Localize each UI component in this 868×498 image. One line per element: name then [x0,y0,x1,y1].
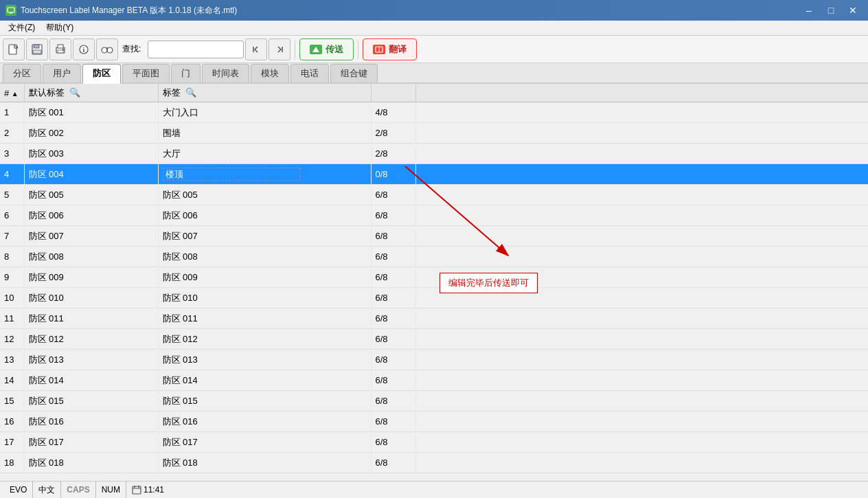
cell-default-tag: 防区 018 [24,453,158,473]
tab-zone[interactable]: 防区 [82,64,121,84]
title-text: Touchscreen Label Manager BETA 版本 1.0.18… [21,5,799,16]
svg-rect-5 [33,50,41,54]
info-button[interactable]: i [73,38,95,60]
table-row[interactable]: 18防区 018防区 0186/8 [0,453,868,473]
table-row[interactable]: 2防区 002围墙2/8 [0,123,868,144]
cell-tag: 防区 014 [158,370,371,391]
cell-tag: 防区 009 [158,267,371,288]
cell-tag: 防区 018 [158,453,371,473]
table-row[interactable]: 1防区 001大门入口4/8 [0,102,868,123]
transfer-button[interactable]: 传送 [299,38,354,60]
table-wrapper[interactable]: # ▲ 默认标签 🔍 标签 🔍 1防区 001大门入口4/8 [0,84,868,481]
cell-default-tag: 防区 014 [24,370,158,391]
tag-edit-input[interactable] [163,168,300,181]
table-row[interactable]: 6防区 006防区 0066/8 [0,205,868,226]
search-binoculars-button[interactable] [96,38,118,60]
menu-help[interactable]: 帮助(Y) [41,21,79,35]
status-time-icon: 11:41 [126,482,170,498]
cell-num: 3 [0,144,24,164]
sort-asc-icon: ▲ [12,90,19,98]
maximize-button[interactable]: □ [821,3,841,17]
search-label: 查找: [119,43,144,55]
print-button[interactable] [49,38,71,60]
search-next-button[interactable] [269,38,290,60]
title-bar: Touchscreen Label Manager BETA 版本 1.0.18… [0,0,868,21]
cell-num: 14 [0,370,24,391]
cell-val: 6/8 [371,350,415,370]
cell-extra [415,329,868,350]
cell-num: 4 [0,164,24,185]
tab-user[interactable]: 用户 [43,64,81,82]
table-row[interactable]: 3防区 003大厅2/8 [0,144,868,164]
cell-default-tag: 防区 016 [24,411,158,432]
cell-default-tag: 防区 005 [24,185,158,205]
cell-val: 6/8 [371,391,415,411]
table-row[interactable]: 13防区 013防区 0136/8 [0,350,868,370]
status-num: NUM [96,482,126,498]
cell-tag: 防区 015 [158,391,371,411]
col-num-label: # [4,88,9,98]
cell-num: 15 [0,391,24,411]
cell-num: 6 [0,205,24,226]
table-row[interactable]: 7防区 007防区 0076/8 [0,226,868,247]
menu-bar: 文件(Z) 帮助(Y) [0,21,868,36]
cell-extra [415,350,868,370]
cell-tag[interactable] [158,164,371,185]
table-row[interactable]: 12防区 012防区 0126/8 [0,329,868,350]
tab-shortcut[interactable]: 组合键 [330,64,378,82]
cell-extra [415,144,868,164]
table-row[interactable]: 4防区 0040/8 [0,164,868,185]
translate-label: 翻译 [389,43,407,56]
col-header-extra [415,84,868,102]
tag-search-icon[interactable]: 🔍 [185,87,196,98]
save-button[interactable] [26,38,48,60]
col-header-tag: 标签 🔍 [158,84,371,102]
col-tag-label: 标签 [163,87,181,98]
table-row[interactable]: 10防区 010防区 0106/8 [0,288,868,308]
tab-partition[interactable]: 分区 [3,64,41,82]
toolbar-separator-2 [358,40,358,59]
translate-button[interactable]: 翻译 [363,38,417,60]
tab-bar: 分区 用户 防区 平面图 门 时间表 模块 电话 组合键 [0,63,868,84]
search-prev-button[interactable] [245,38,267,60]
cell-extra [415,123,868,144]
cell-val: 6/8 [371,308,415,329]
minimize-button[interactable]: – [799,3,819,17]
tab-module[interactable]: 模块 [251,64,289,82]
cell-tag: 防区 017 [158,432,371,453]
svg-rect-7 [58,45,63,48]
cell-extra [415,432,868,453]
cell-default-tag: 防区 015 [24,391,158,411]
table-row[interactable]: 15防区 015防区 0156/8 [0,391,868,411]
table-row[interactable]: 16防区 016防区 0166/8 [0,411,868,432]
search-input[interactable] [148,41,244,58]
default-tag-search-icon[interactable]: 🔍 [69,87,80,98]
cell-tag: 防区 013 [158,350,371,370]
cell-default-tag: 防区 017 [24,432,158,453]
cell-val: 6/8 [371,247,415,267]
svg-rect-0 [8,8,14,12]
cell-num: 16 [0,411,24,432]
cell-val: 6/8 [371,205,415,226]
cell-val: 6/8 [371,267,415,288]
status-lang: 中文 [33,482,61,498]
cell-val: 6/8 [371,288,415,308]
table-row[interactable]: 11防区 011防区 0116/8 [0,308,868,329]
table-row[interactable]: 17防区 017防区 0176/8 [0,432,868,453]
cell-val: 6/8 [371,432,415,453]
close-button[interactable]: ✕ [843,3,863,17]
cell-tag: 围墙 [158,123,371,144]
svg-rect-22 [133,486,141,494]
table-row[interactable]: 8防区 008防区 0086/8 [0,247,868,267]
table-row[interactable]: 5防区 005防区 0056/8 [0,185,868,205]
tab-schedule[interactable]: 时间表 [202,64,249,82]
new-button[interactable] [3,38,25,60]
tab-floorplan[interactable]: 平面图 [122,64,170,82]
tab-door[interactable]: 门 [171,64,201,82]
table-row[interactable]: 9防区 009防区 0096/8 [0,267,868,288]
cell-num: 17 [0,432,24,453]
table-row[interactable]: 14防区 014防区 0146/8 [0,370,868,391]
tab-phone[interactable]: 电话 [290,64,329,82]
menu-file[interactable]: 文件(Z) [3,21,41,35]
translate-icon [373,45,385,54]
